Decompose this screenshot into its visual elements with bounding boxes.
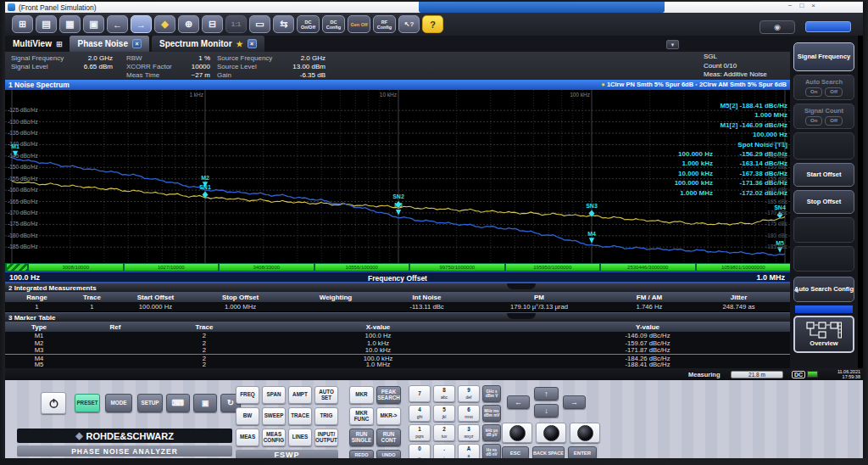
display-icon[interactable]: ▣ — [193, 394, 217, 412]
peak-search-key[interactable]: PEAK SEARCH — [376, 386, 401, 404]
window-grabber[interactable] — [507, 283, 536, 289]
lines-key[interactable]: LINES — [288, 429, 312, 446]
ampt-key[interactable]: AMPT — [288, 386, 312, 404]
rotary-knob[interactable] — [543, 425, 559, 441]
multiple-zoom-icon[interactable]: ⊟ — [202, 15, 223, 33]
unit-key-khz[interactable]: kHz µsdB µV — [482, 424, 501, 441]
zoom-1to1-icon[interactable]: 1:1 — [225, 15, 247, 33]
table-row[interactable]: M42100.0 kHz-184.26 dBc/Hz — [5, 354, 790, 361]
multiview-icon[interactable]: ⊞ — [12, 15, 33, 33]
softkey-signal-frequency[interactable]: Signal Frequency — [793, 42, 854, 71]
key-4[interactable]: 4ghi — [409, 405, 431, 422]
key-1[interactable]: 1pqrs — [409, 424, 431, 441]
fullscreen-icon[interactable]: ▭ — [249, 15, 270, 33]
softkey-stop-offset[interactable]: Stop Offset — [793, 190, 854, 214]
run-single-key[interactable]: RUN SINGLE — [349, 429, 374, 446]
meas-key[interactable]: MEAS — [236, 429, 259, 446]
close-button[interactable]: × — [811, 2, 815, 9]
rotary-knob[interactable] — [577, 425, 593, 441]
key-8[interactable]: 8abc — [433, 385, 455, 402]
softkey-start-offset[interactable]: Start Offset — [793, 163, 854, 187]
dc-on-off-button[interactable]: DC On/Off — [297, 15, 320, 33]
span-key[interactable]: SPAN — [262, 386, 286, 404]
key-5[interactable]: 5jkl — [433, 405, 455, 422]
arrow-down-key[interactable]: ↓ — [534, 404, 559, 417]
input-output-key[interactable]: INPUT/ OUTPUT — [314, 429, 338, 446]
maximize-button[interactable]: □ — [799, 2, 804, 9]
freq-key[interactable]: FREQ — [236, 386, 259, 404]
arrow-left-key[interactable]: ← — [507, 395, 530, 409]
integrated-measurements-row[interactable]: 11100.000 Hz1.000 MHz-113.11 dBc179.10 µ… — [5, 302, 790, 311]
undo-icon[interactable]: ← — [107, 15, 128, 33]
knob-left[interactable] — [502, 423, 532, 443]
window-grabber[interactable] — [507, 313, 536, 319]
print-icon[interactable]: ▣ — [83, 15, 104, 33]
keyboard-icon[interactable]: ⌨ — [166, 394, 190, 412]
setup-button[interactable]: SETUP — [137, 394, 163, 412]
softkey-blank[interactable] — [793, 246, 854, 272]
key-2[interactable]: 2tuv — [433, 424, 455, 441]
rf-config-button[interactable]: RF Config — [373, 15, 396, 33]
help-icon[interactable]: ? — [422, 15, 443, 33]
arrow-up-key[interactable]: ↑ — [534, 387, 559, 401]
overview-button[interactable]: Overview — [793, 316, 854, 353]
dc-config-button[interactable]: DC Config — [322, 15, 345, 33]
key-3[interactable]: 3wxyz — [458, 424, 480, 441]
integrated-measurements-titlebar[interactable]: 2 Integrated Measurements — [5, 283, 790, 292]
knob-right[interactable] — [570, 423, 600, 443]
legend-trace1[interactable]: 1Clrw PN Smth 5% Spur 6dB — [607, 81, 693, 88]
table-row[interactable]: M12100.0 Hz-146.09 dBc/Hz — [5, 332, 790, 339]
marker-icon[interactable]: ◆ — [154, 15, 175, 33]
run-cont-key[interactable]: RUN CONT — [376, 429, 401, 446]
rotary-knob[interactable] — [509, 425, 526, 441]
redo-icon[interactable]: → — [131, 15, 152, 33]
softkey-auto-search-config[interactable]: ◄ Auto Search Config — [793, 277, 854, 302]
noise-spectrum-titlebar[interactable]: 1 Noise Spectrum ● 1Clrw PN Smth 5% Spur… — [5, 80, 790, 90]
mode-button[interactable]: MODE — [105, 394, 132, 412]
zoom-icon[interactable]: ⊕ — [178, 15, 199, 33]
help-pointer-icon[interactable]: ↖? — [398, 15, 420, 33]
open-file-icon[interactable]: ▤ — [36, 15, 57, 33]
tab-phase-noise[interactable]: Phase Noise × — [70, 36, 148, 52]
chevron-down-icon[interactable]: ▼ — [666, 40, 679, 49]
mkr-to-key[interactable]: MKR-> — [376, 407, 401, 425]
key-7[interactable]: 7 — [409, 385, 431, 402]
close-tab-icon[interactable]: × — [132, 39, 142, 48]
arrow-right-key[interactable]: → — [563, 395, 586, 409]
trace-key[interactable]: TRACE — [288, 407, 312, 425]
minimize-button[interactable]: − — [788, 2, 793, 9]
mkr-func-key[interactable]: MKR FUNC — [349, 407, 374, 425]
gen-off-button[interactable]: Gen Off — [348, 15, 370, 33]
bw-key[interactable]: BW — [236, 407, 259, 425]
softkey-auto-search[interactable]: Auto Search OnOff — [793, 75, 854, 100]
unit-key-ghz[interactable]: GHz sdBm V — [482, 385, 501, 402]
signal-flow-icon[interactable]: ⇆ — [273, 15, 294, 33]
softkey-blank[interactable] — [793, 132, 854, 160]
power-button[interactable] — [41, 392, 66, 414]
save-icon[interactable]: ▦ — [59, 15, 81, 33]
key-6[interactable]: 6mno — [458, 405, 480, 422]
marker-table-titlebar[interactable]: 3 Marker Table — [5, 312, 790, 322]
mkr-key[interactable]: MKR — [349, 386, 374, 404]
sweep-key[interactable]: SWEEP — [262, 407, 286, 425]
preset-button[interactable]: PRESET — [75, 394, 100, 412]
trig-key[interactable]: TRIG — [314, 407, 338, 425]
table-row[interactable]: M221.0 kHz-159.67 dBc/Hz — [5, 339, 790, 347]
screenshot-camera-icon[interactable]: ◉ — [760, 20, 795, 34]
meas-config-key[interactable]: MEAS CONFIG — [262, 429, 286, 446]
softkey-signal-count[interactable]: Signal Count OnOff — [793, 104, 854, 129]
legend-bullet-trace1: ● — [601, 81, 605, 88]
tab-spectrum-monitor[interactable]: Spectrum Monitor ★ × — [152, 36, 264, 52]
unit-key-mhz[interactable]: MHz msdBm mV — [482, 405, 501, 422]
noise-spectrum-plot[interactable]: M1M2SN1SN2M3SN3M4SN4M5 M5[2] -188.41 dBc… — [5, 90, 790, 263]
autoset-key[interactable]: AUTO SET — [314, 386, 338, 404]
table-row[interactable]: M521.0 MHz-188.41 dBc/Hz — [5, 361, 790, 368]
softkey-scroll-button[interactable] — [805, 21, 851, 32]
key-9[interactable]: 9def — [458, 385, 480, 402]
tab-multiview[interactable]: MultiView ⊞ — [5, 36, 70, 52]
legend-trace2[interactable]: 2Clrw AM Smth 5% Spur 6dB — [699, 81, 787, 88]
knob-center[interactable] — [536, 423, 566, 443]
softkey-blank[interactable] — [793, 217, 854, 243]
close-tab-icon[interactable]: × — [248, 39, 257, 48]
table-row[interactable]: M3210.0 kHz-171.87 dBc/Hz — [5, 346, 790, 354]
